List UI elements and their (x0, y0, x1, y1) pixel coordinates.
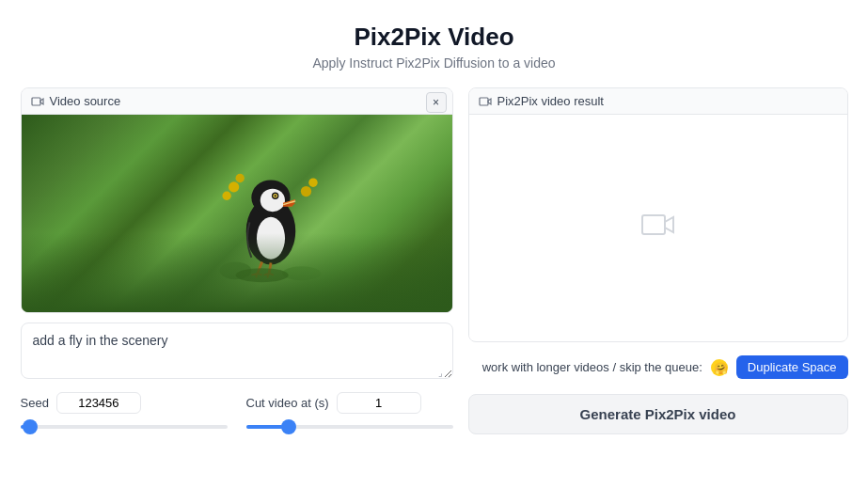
svg-point-16 (222, 192, 230, 200)
svg-point-18 (308, 179, 317, 187)
seed-label: Seed (21, 396, 49, 410)
svg-point-4 (260, 189, 284, 212)
left-panel: Video source × (21, 87, 453, 434)
page-subtitle: Apply Instruct Pix2Pix Diffusion to a vi… (312, 55, 555, 71)
svg-rect-0 (32, 98, 40, 105)
svg-rect-19 (480, 98, 488, 105)
svg-point-7 (274, 195, 276, 197)
hf-icon: 🤗 (710, 358, 729, 377)
seed-slider-thumb[interactable] (23, 419, 38, 434)
cut-slider-fill (246, 425, 284, 429)
seed-input[interactable] (56, 392, 141, 414)
cut-slider-container (246, 419, 453, 434)
prompt-textarea[interactable]: add a fly in the scenery (21, 323, 453, 379)
page-container: Pix2Pix Video Apply Instruct Pix2Pix Dif… (0, 0, 868, 488)
close-button[interactable]: × (426, 92, 447, 113)
main-content: Video source × (21, 87, 848, 434)
controls-row: Seed Cut video at (s) (21, 392, 453, 434)
seed-label-row: Seed (21, 392, 228, 414)
textarea-container: add a fly in the scenery ⌟ (21, 323, 453, 383)
svg-rect-20 (642, 215, 665, 234)
svg-text:🤗: 🤗 (714, 361, 728, 375)
queue-row: work with longer videos / skip the queue… (468, 352, 848, 385)
cut-label: Cut video at (s) (246, 396, 329, 410)
seed-control: Seed (21, 392, 228, 434)
svg-point-17 (300, 186, 310, 197)
cut-input[interactable] (337, 392, 421, 414)
generate-button[interactable]: Generate Pix2Pix video (468, 394, 848, 434)
video-source-label: Video source (50, 94, 121, 108)
result-box: Pix2Pix video result (468, 87, 848, 342)
result-header: Pix2Pix video result (469, 88, 847, 115)
cut-control: Cut video at (s) (246, 392, 453, 434)
cut-label-row: Cut video at (s) (246, 392, 453, 414)
result-video-icon (479, 95, 492, 108)
svg-point-15 (235, 174, 244, 182)
video-source-icon (31, 95, 44, 108)
result-label: Pix2Pix video result (497, 94, 604, 108)
svg-point-14 (229, 181, 239, 192)
video-source-box: Video source × (21, 87, 453, 313)
seed-slider-container (21, 419, 228, 434)
queue-text: work with longer videos / skip the queue… (482, 360, 702, 374)
video-thumbnail (22, 115, 452, 312)
duplicate-space-button[interactable]: Duplicate Space (736, 355, 848, 379)
seed-slider-track (21, 425, 228, 429)
result-box-inner (469, 115, 847, 340)
video-camera-placeholder-icon (641, 212, 675, 244)
right-panel: Pix2Pix video result work with longer vi… (468, 87, 848, 434)
resize-handle-icon: ⌟ (438, 368, 450, 379)
page-title: Pix2Pix Video (354, 23, 513, 52)
cut-slider-thumb[interactable] (281, 419, 296, 434)
cut-slider-track (246, 425, 453, 429)
video-source-header: Video source (22, 88, 452, 115)
